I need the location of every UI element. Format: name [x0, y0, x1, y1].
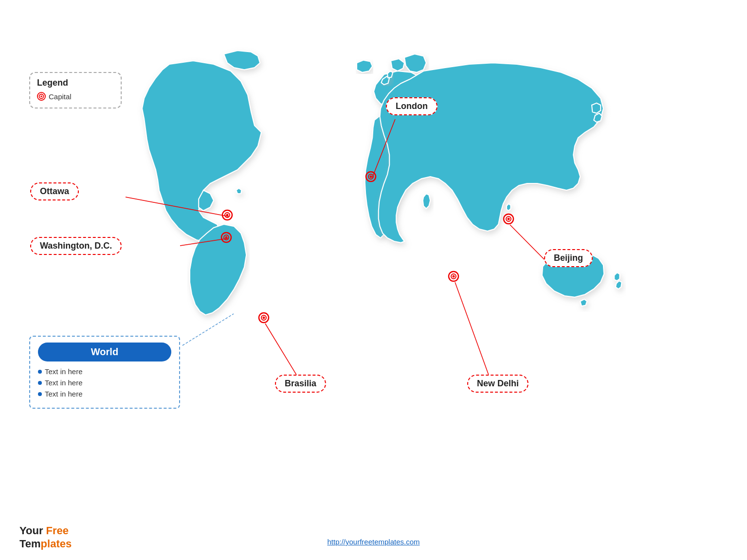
- city-label-washington: Washington, D.C.: [30, 237, 122, 255]
- city-label-brasilia: Brasilia: [275, 375, 326, 393]
- capital-marker-beijing: [503, 213, 514, 225]
- city-label-london: London: [386, 97, 437, 115]
- svg-point-2: [40, 95, 42, 97]
- logo-plates: plates: [41, 538, 72, 550]
- footer-logo: Your Free Templates: [19, 524, 72, 550]
- capital-marker-washington: [220, 232, 232, 243]
- capital-marker-london: [365, 171, 377, 182]
- capital-label: Capital: [49, 92, 72, 101]
- svg-point-21: [263, 317, 265, 319]
- page-container: Legend Capital World Text in here Text i…: [0, 0, 747, 560]
- capital-marker-ottawa: [221, 209, 233, 221]
- bullet-dot: [38, 381, 42, 385]
- city-label-text: New Delhi: [477, 379, 519, 388]
- svg-point-24: [508, 218, 510, 220]
- city-label-text: Brasilia: [285, 379, 316, 388]
- footer-url-container: http://yourfreetemplates.com: [327, 538, 419, 546]
- logo-free: Free: [46, 524, 69, 537]
- list-item-text: Text in here: [45, 379, 83, 387]
- city-label-text: Ottawa: [40, 186, 69, 196]
- capital-marker-brasilia: [258, 312, 270, 324]
- svg-point-12: [226, 214, 229, 217]
- city-label-beijing: Beijing: [544, 249, 593, 267]
- logo-your: Your: [19, 524, 46, 537]
- world-map: [102, 44, 720, 384]
- footer-url-link[interactable]: http://yourfreetemplates.com: [327, 538, 419, 546]
- city-label-text: London: [396, 101, 428, 111]
- bullet-dot: [38, 392, 42, 396]
- list-item-text: Text in here: [45, 367, 83, 376]
- city-label-text: Washington, D.C.: [40, 241, 112, 251]
- capital-icon: [37, 92, 46, 101]
- capital-marker-new-delhi: [448, 271, 459, 282]
- logo-tem: Tem: [19, 538, 41, 550]
- list-item-text: Text in here: [45, 390, 83, 398]
- city-label-new-delhi: New Delhi: [467, 375, 528, 393]
- svg-point-27: [453, 275, 455, 278]
- city-label-ottawa: Ottawa: [30, 182, 79, 200]
- svg-point-18: [370, 176, 372, 178]
- svg-point-15: [225, 236, 228, 239]
- city-label-text: Beijing: [554, 253, 583, 263]
- logo-line2: Templates: [19, 538, 72, 550]
- logo-line1: Your Free: [19, 524, 72, 537]
- bullet-dot: [38, 370, 42, 374]
- list-item: Text in here: [38, 390, 171, 398]
